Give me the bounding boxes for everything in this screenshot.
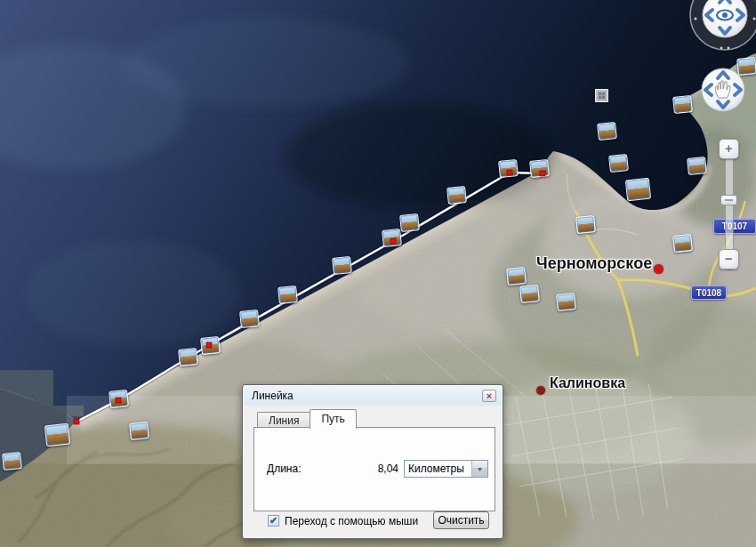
photo-thumbnail: [383, 230, 399, 245]
length-value: 8,04: [378, 463, 404, 475]
photo-thumbnail: [500, 161, 516, 176]
photo-marker-icon[interactable]: [44, 423, 70, 447]
map-canvas[interactable]: ЧерноморскоеКалиновкаТ0107Т0108: [0, 0, 756, 547]
photo-thumbnail: [627, 180, 649, 199]
photo-thumbnail: [448, 188, 464, 203]
zoom-slider[interactable]: + −: [717, 135, 741, 276]
photo-marker-icon[interactable]: [625, 178, 651, 202]
ruler-tabs: Линия Путь: [257, 409, 357, 429]
photo-marker-icon[interactable]: [446, 186, 467, 205]
photo-thumbnail: [401, 215, 417, 230]
photo-marker-icon[interactable]: [178, 348, 198, 366]
clear-button[interactable]: Очистить: [433, 511, 489, 529]
photo-thumbnail: [180, 350, 196, 365]
zoom-out-button[interactable]: −: [719, 249, 739, 269]
dialog-title[interactable]: Линейка: [252, 390, 294, 402]
photo-marker-icon[interactable]: [519, 285, 540, 303]
chevron-down-icon[interactable]: ▼: [471, 461, 487, 477]
photo-thumbnail: [558, 294, 574, 310]
photo-marker-icon[interactable]: [277, 286, 298, 304]
photo-marker-icon[interactable]: [597, 122, 617, 141]
photo-marker-icon[interactable]: [506, 267, 527, 286]
look-joystick[interactable]: [688, 0, 756, 52]
photo-thumbnail: [610, 156, 626, 171]
photo-thumbnail: [46, 425, 68, 445]
web-link-marker-icon[interactable]: [595, 89, 608, 102]
tab-page: Длина: 8,04 Километры ▼: [253, 427, 495, 511]
photo-marker-icon[interactable]: [529, 159, 550, 178]
mouse-nav-label: Переход с помощью мыши: [285, 515, 418, 527]
zoom-slider-handle[interactable]: [720, 195, 737, 205]
web-marker-glyph: [598, 92, 606, 100]
move-joystick[interactable]: [695, 61, 752, 118]
photo-marker-icon[interactable]: [672, 234, 693, 253]
units-dropdown[interactable]: Километры ▼: [404, 460, 488, 478]
photo-marker-icon[interactable]: [200, 336, 221, 355]
photo-thumbnail: [4, 454, 20, 469]
photo-marker-icon[interactable]: [608, 154, 629, 173]
photo-thumbnail: [674, 97, 690, 112]
photo-marker-icon[interactable]: [129, 422, 149, 440]
tab-path[interactable]: Путь: [310, 409, 356, 429]
photo-marker-icon[interactable]: [556, 293, 576, 311]
photo-thumbnail: [110, 391, 126, 406]
units-selected-value: Километры: [405, 463, 471, 475]
mouse-nav-checkbox[interactable]: ✔: [268, 515, 279, 527]
photo-marker-icon[interactable]: [2, 452, 22, 471]
photo-thumbnail: [508, 269, 524, 284]
photo-thumbnail: [131, 423, 147, 438]
zoom-in-button[interactable]: +: [719, 139, 739, 159]
photo-thumbnail: [599, 124, 615, 139]
photo-marker-icon[interactable]: [239, 310, 260, 328]
photo-marker-icon[interactable]: [498, 159, 519, 178]
photo-marker-icon[interactable]: [382, 229, 402, 247]
photo-marker-icon[interactable]: [109, 390, 129, 408]
photo-thumbnail: [279, 287, 295, 302]
ruler-dialog: Линейка × Линия Путь Длина: 8,04 Километ…: [242, 384, 503, 539]
photo-marker-icon[interactable]: [687, 157, 707, 175]
photo-marker-icon[interactable]: [672, 95, 693, 114]
photo-thumbnail: [202, 338, 218, 353]
photo-thumbnail: [521, 286, 537, 302]
photo-thumbnail: [334, 258, 350, 273]
photo-thumbnail: [577, 217, 593, 232]
length-label: Длина:: [267, 463, 301, 475]
photo-marker-icon[interactable]: [399, 213, 420, 232]
photo-thumbnail: [688, 158, 704, 173]
photo-thumbnail: [674, 236, 690, 251]
close-icon[interactable]: ×: [482, 390, 496, 402]
photo-marker-icon[interactable]: [575, 215, 596, 234]
photo-thumbnail: [241, 311, 257, 326]
photo-thumbnail: [531, 161, 547, 176]
photo-marker-icon[interactable]: [332, 256, 352, 275]
